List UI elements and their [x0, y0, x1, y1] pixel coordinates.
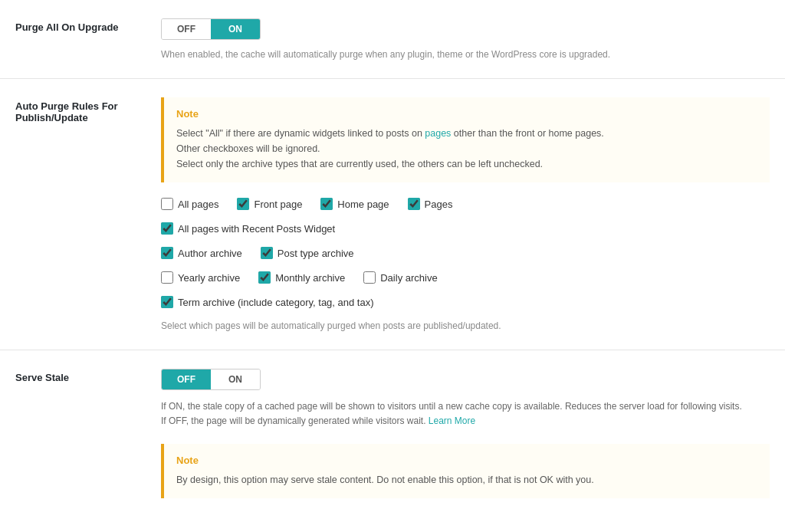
front-page-checkbox[interactable]	[237, 198, 249, 210]
checkbox-item-term-archive: Term archive (include category, tag, and…	[161, 296, 374, 308]
daily-archive-checkbox[interactable]	[363, 271, 376, 284]
purge-all-content: OFF ON When enabled, the cache will auto…	[161, 18, 770, 60]
auto-purge-note-title: Note	[176, 108, 757, 120]
author-archive-checkbox[interactable]	[161, 247, 173, 259]
daily-archive-label[interactable]: Daily archive	[380, 272, 437, 284]
post-type-archive-label[interactable]: Post type archive	[278, 248, 354, 259]
yearly-archive-checkbox[interactable]	[161, 271, 173, 284]
serve-stale-toggle-off[interactable]: OFF	[162, 369, 211, 389]
post-type-archive-checkbox[interactable]	[261, 247, 273, 259]
checkbox-item-post-type-archive: Post type archive	[261, 247, 354, 259]
checkbox-item-pages: Pages	[408, 198, 453, 210]
auto-purge-content: Note Select "All" if there are dynamic w…	[161, 97, 770, 331]
checkbox-item-front-page: Front page	[237, 198, 302, 210]
checkbox-item-author-archive: Author archive	[161, 247, 242, 259]
pages-label[interactable]: Pages	[425, 199, 453, 210]
checkbox-item-yearly-archive: Yearly archive	[161, 271, 240, 284]
home-page-checkbox[interactable]	[320, 198, 333, 210]
auto-purge-note: Note Select "All" if there are dynamic w…	[161, 97, 770, 182]
serve-stale-content: OFF ON If ON, the stale copy of a cached…	[161, 369, 770, 514]
checkbox-item-daily-archive: Daily archive	[363, 271, 437, 284]
checkbox-row-2: All pages with Recent Posts Widget	[161, 222, 770, 235]
checkbox-row-5: Term archive (include category, tag, and…	[161, 296, 770, 308]
serve-stale-note: Note By design, this option may serve st…	[161, 444, 770, 498]
checkbox-item-all-pages: All pages	[161, 198, 218, 210]
yearly-archive-label[interactable]: Yearly archive	[178, 272, 240, 284]
monthly-archive-checkbox[interactable]	[258, 271, 271, 284]
auto-purge-section: Auto Purge Rules For Publish/Update Note…	[0, 79, 785, 350]
purge-toggle-group: OFF ON	[161, 18, 261, 40]
recent-posts-widget-label[interactable]: All pages with Recent Posts Widget	[178, 223, 335, 235]
serve-stale-learn-more[interactable]: Learn More	[429, 415, 475, 426]
all-pages-label[interactable]: All pages	[178, 199, 218, 210]
checkbox-item-home-page: Home page	[320, 198, 389, 210]
purge-all-label: Purge All On Upgrade	[15, 18, 161, 60]
auto-purge-label: Auto Purge Rules For Publish/Update	[15, 97, 161, 331]
purge-hint: When enabled, the cache will automatical…	[161, 49, 770, 60]
all-pages-checkbox[interactable]	[161, 198, 173, 210]
monthly-archive-label[interactable]: Monthly archive	[275, 272, 345, 284]
serve-stale-section: Serve Stale OFF ON If ON, the stale copy…	[0, 350, 785, 532]
serve-stale-note-text: By design, this option may serve stale c…	[176, 472, 757, 488]
serve-stale-label: Serve Stale	[15, 369, 161, 514]
author-archive-label[interactable]: Author archive	[178, 248, 242, 259]
checkbox-item-monthly-archive: Monthly archive	[258, 271, 345, 284]
front-page-label[interactable]: Front page	[254, 199, 302, 210]
checkbox-row-4: Yearly archive Monthly archive Daily arc…	[161, 271, 770, 284]
checkbox-item-recent-posts-widget: All pages with Recent Posts Widget	[161, 222, 335, 235]
auto-purge-footer-note: Select which pages will be automatically…	[161, 320, 770, 331]
serve-stale-toggle-on[interactable]: ON	[211, 369, 260, 389]
auto-purge-note-text: Select "All" if there are dynamic widget…	[176, 126, 757, 172]
recent-posts-widget-checkbox[interactable]	[161, 222, 173, 235]
term-archive-label[interactable]: Term archive (include category, tag, and…	[178, 297, 374, 308]
serve-stale-toggle-group: OFF ON	[161, 369, 261, 390]
pages-checkbox[interactable]	[408, 198, 420, 210]
purge-all-section: Purge All On Upgrade OFF ON When enabled…	[0, 0, 785, 79]
purge-toggle-on[interactable]: ON	[211, 19, 260, 39]
home-page-label[interactable]: Home page	[337, 199, 389, 210]
serve-stale-description: If ON, the stale copy of a cached page w…	[161, 399, 744, 429]
serve-stale-note-title: Note	[176, 455, 757, 466]
term-archive-checkbox[interactable]	[161, 296, 173, 308]
checkbox-row-1: All pages Front page Home page Pages	[161, 198, 770, 210]
purge-toggle-off[interactable]: OFF	[162, 19, 211, 39]
checkbox-row-3: Author archive Post type archive	[161, 247, 770, 259]
